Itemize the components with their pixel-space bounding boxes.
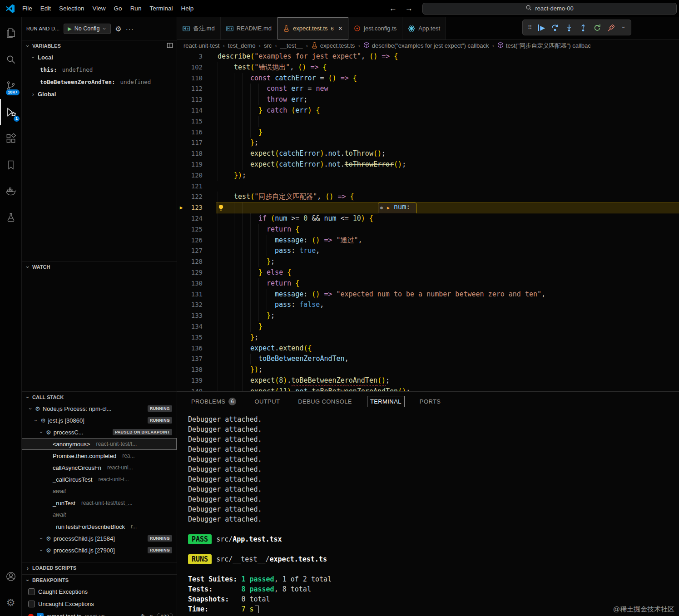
lightbulb-icon[interactable] [218,204,224,213]
variable-row[interactable]: this:undefined [22,64,177,76]
split-view-icon[interactable] [167,42,173,49]
code-line[interactable]: 137toBeBetweenZeroAndTen, [177,354,679,365]
code-line[interactable]: 117}; [177,138,679,148]
checkbox[interactable]: ✓ [37,613,44,616]
code-line[interactable]: 134} [177,321,679,332]
callstack-session[interactable]: ›⚙processChild.js [27900]RUNNING [22,544,177,556]
breadcrumb-item[interactable]: src [264,42,272,49]
code-line[interactable]: 125return { [177,224,679,235]
tab-备注.md[interactable]: 备注.md [177,17,221,39]
menu-file[interactable]: File [18,0,36,17]
start-debug-icon[interactable]: ▶ [68,26,71,32]
paused-arrow-icon[interactable]: ▶ [177,202,185,213]
variables-header[interactable]: › VARIABLES [22,40,177,51]
code-line[interactable]: 3describe("examples for jest expect", ()… [177,51,679,62]
code-line[interactable]: 116} [177,127,679,138]
code-line[interactable]: 126message: () => "通过", [177,235,679,246]
panel-tab-ports[interactable]: PORTS [416,396,444,407]
code-line[interactable]: 121 [177,181,679,192]
breadcrumb-item[interactable]: expect.test.ts [311,42,355,50]
code-line[interactable]: 136expect.extend({ [177,343,679,354]
code-line[interactable]: 127pass: true, [177,246,679,256]
code-line[interactable]: ▶123const toBeBetweenZeroAndTen = (● ▶ n… [177,202,679,213]
continue-icon[interactable]: ▶ [538,25,545,31]
menu-terminal[interactable]: Terminal [145,0,177,17]
callstack-frame[interactable]: _runTestreact-unit-test/test_... [22,497,177,509]
drag-handle-icon[interactable]: ⠿ [528,24,533,31]
callstack-frame[interactable]: _callCircusTestreact-unit-t... [22,473,177,485]
step-into-icon[interactable] [565,24,573,32]
code-line[interactable]: 110const catchError = () => { [177,73,679,84]
run-and-debug-icon[interactable]: 1 [0,99,21,125]
tab-jest.config.ts[interactable]: jest.config.ts [348,17,402,39]
scope-local[interactable]: ›Local [22,51,177,64]
code-line[interactable]: 133}; [177,310,679,321]
code-line[interactable]: 140expect(11).not.toBeBetweenZeroAndTen(… [177,386,679,391]
menu-go[interactable]: Go [110,0,126,17]
code-editor[interactable]: 3describe("examples for jest expect", ()… [177,51,679,391]
bookmarks-icon[interactable] [0,152,21,178]
panel-tab-terminal[interactable]: TERMINAL [367,396,405,407]
call-stack-header[interactable]: › CALL STACK [22,391,177,403]
callstack-frame[interactable]: <anonymous>react-unit-test/t... [22,438,177,450]
code-line[interactable]: 122test("同步自定义匹配器", () => { [177,192,679,202]
code-line[interactable]: 138}); [177,365,679,375]
restart-icon[interactable] [593,24,601,32]
checkbox[interactable] [28,588,35,595]
callstack-session[interactable]: ›⚙processC...PAUSED ON BREAKPOINT [22,426,177,438]
code-line[interactable]: 113throw err; [177,94,679,105]
panel-tab-problems[interactable]: PROBLEMS6 [188,395,239,408]
terminal-output[interactable]: Debugger attached.Debugger attached.Debu… [177,411,679,616]
step-over-icon[interactable] [551,24,559,32]
code-line[interactable]: 128}; [177,256,679,267]
watch-header[interactable]: › WATCH [22,261,177,272]
breakpoint-item[interactable]: ✓expect.test.tsreact-un...✎×123 [22,610,177,616]
disconnect-icon[interactable] [607,24,615,32]
settings-gear-icon[interactable]: ⚙ [0,590,21,616]
debug-gear-icon[interactable]: ⚙ [115,25,121,33]
testing-icon[interactable] [0,204,21,231]
code-line[interactable]: 115console.log(err); [177,116,679,127]
launch-config-dropdown[interactable]: ▶ No Config › [64,24,111,34]
tab-README.md[interactable]: README.md [221,17,278,39]
close-icon[interactable]: × [149,613,153,616]
loaded-scripts-header[interactable]: › LOADED SCRIPTS [22,562,177,573]
callstack-session[interactable]: ›⚙jest.js [30860]RUNNING [22,414,177,426]
explorer-icon[interactable] [0,20,21,46]
extensions-icon[interactable] [0,125,21,152]
edit-icon[interactable]: ✎ [141,613,146,616]
code-line[interactable]: 114} catch (err) { [177,105,679,116]
menu-run[interactable]: Run [126,0,146,17]
breadcrumb-item[interactable]: react-unit-test [183,42,219,49]
code-line[interactable]: 139expect(8).toBeBetweenZeroAndTen(); [177,375,679,386]
history-back-icon[interactable]: ← [385,4,401,13]
source-control-icon[interactable]: 10K+ [0,73,21,99]
tab-App.test[interactable]: App.test [402,17,446,39]
breakpoint-item[interactable]: Caught Exceptions [22,586,177,598]
search-sidebar-icon[interactable] [0,46,21,73]
breadcrumb-item[interactable]: __test__ [280,42,303,49]
callstack-frame[interactable]: callAsyncCircusFnreact-uni... [22,462,177,473]
code-line[interactable]: 131message: () => "expected num to be a … [177,289,679,300]
callstack-frame[interactable]: Promise.then.completedrea... [22,450,177,462]
code-line[interactable]: 129} else { [177,267,679,278]
accounts-icon[interactable] [0,563,21,590]
code-line[interactable]: 135}; [177,332,679,343]
code-line[interactable]: 118expect(catchError).not.toThrow(); [177,148,679,159]
code-line[interactable]: 119expect(catchError).not.toThrowError()… [177,159,679,170]
callstack-session[interactable]: ›⚙Node.js Process: npm-cl...RUNNING [22,403,177,414]
menu-edit[interactable]: Edit [36,0,55,17]
variable-row[interactable]: toBeBetweenZeroAndTen:undefined [22,76,177,88]
command-center-search[interactable]: react-demo-00 [422,3,677,15]
breakpoint-item[interactable]: Uncaught Exceptions [22,598,177,610]
callstack-frame[interactable]: _runTestsForDescribeBlockr... [22,521,177,532]
breadcrumb-item[interactable]: describe("examples for jest expect") cal… [363,42,489,49]
callstack-session[interactable]: ›⚙processChild.js [21584]RUNNING [22,532,177,544]
tab-expect.test.ts[interactable]: expect.test.ts6× [278,17,348,39]
code-line[interactable]: 130return { [177,278,679,289]
toolbar-chevron-icon[interactable]: › [620,25,627,30]
checkbox[interactable] [28,601,35,607]
breakpoints-header[interactable]: › BREAKPOINTS [22,574,177,586]
menu-selection[interactable]: Selection [55,0,89,17]
panel-tab-debug-console[interactable]: DEBUG CONSOLE [295,396,355,407]
